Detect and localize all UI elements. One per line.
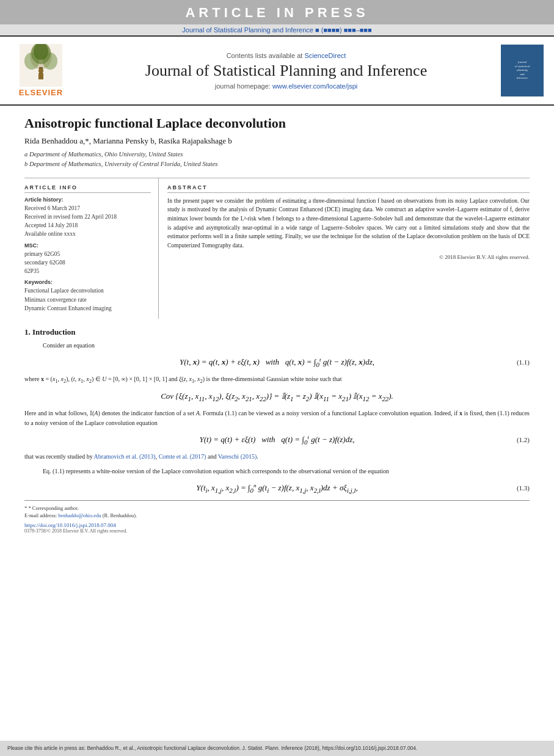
- elsevier-tree-icon: [20, 44, 62, 87]
- msc-item-2: 62P35: [24, 267, 151, 275]
- history-item-2: Accepted 14 July 2018: [24, 221, 151, 230]
- msc-items: primary 62G05 secondary 62G08 62P35: [24, 250, 151, 276]
- msc-item-1: secondary 62G08: [24, 258, 151, 267]
- history-item-3: Available online xxxx: [24, 230, 151, 238]
- sciencedirect-line: Contents lists available at ScienceDirec…: [227, 52, 346, 59]
- sciencedirect-link[interactable]: ScienceDirect: [304, 52, 346, 59]
- footnote-text-corresponding: * Corresponding author.: [28, 505, 78, 511]
- history-items: Received 6 March 2017 Received in revise…: [24, 204, 151, 239]
- article-info-heading: ARTICLE INFO: [24, 184, 151, 193]
- content-area: Anisotropic functional Laplace deconvolu…: [0, 106, 554, 741]
- bottom-bar-text: Please cite this article in press as: Be…: [7, 745, 417, 751]
- journal-ref-text: Journal of Statistical Planning and Infe…: [182, 26, 371, 34]
- svg-rect-8: [38, 73, 43, 79]
- journal-ref-bar: Journal of Statistical Planning and Infe…: [0, 24, 554, 35]
- page: ARTICLE IN PRESS Journal of Statistical …: [0, 0, 554, 756]
- abstract-text: In the present paper we consider the pro…: [167, 197, 530, 250]
- journal-thumbnail: journalof statisticalplanningandinferenc…: [498, 42, 547, 100]
- intro-para1: Consider an equation: [24, 341, 530, 351]
- ref-comte[interactable]: Comte et al. (2017): [159, 453, 206, 460]
- journal-title: Journal of Statistical Planning and Infe…: [145, 62, 427, 80]
- homepage-url[interactable]: www.elsevier.com/locate/jspi: [272, 82, 357, 90]
- equation-1-1: Y(t, x) = q(t, x) + εξ(t, x) with q(t, x…: [24, 357, 530, 368]
- keyword-1: Minimax convergence rate: [24, 296, 151, 304]
- article-info-col: ARTICLE INFO Article history: Received 6…: [24, 178, 159, 319]
- ref-vareschi[interactable]: Vareschi (2015): [218, 453, 257, 460]
- history-label: Article history:: [24, 197, 151, 203]
- article-title: Anisotropic functional Laplace deconvolu…: [24, 115, 530, 131]
- eq-1-3-number: (1.3): [517, 484, 530, 492]
- intro-para5: Eq. (1.1) represents a white-noise versi…: [24, 467, 530, 476]
- email-label: E-mail address:: [24, 512, 58, 518]
- elsevier-logo: ELSEVIER: [7, 42, 75, 100]
- equation-1-3: Y(ti, x1,j, x2,l) = ∫0n g(ti − z)f(z, x1…: [24, 482, 530, 494]
- intro-para2: where x = (x1, x2), (t, x1, x2) ∈ U = [0…: [24, 374, 530, 385]
- authors-line: Rida Benhaddou a,*, Marianna Pensky b, R…: [24, 136, 530, 146]
- sciencedirect-prefix: Contents lists available at: [227, 52, 305, 59]
- keyword-0: Functional Laplace deconvolution: [24, 286, 151, 295]
- aip-banner: ARTICLE IN PRESS: [0, 0, 554, 24]
- header-area: ELSEVIER Contents lists available at Sci…: [0, 35, 554, 106]
- equation-1-2-block: Y(t) = q(t) + εξ(t) with q(t) = ∫0t g(t …: [24, 434, 530, 446]
- affil-b: b Department of Mathematics, University …: [24, 159, 530, 169]
- two-column-section: ARTICLE INFO Article history: Received 6…: [24, 178, 530, 319]
- homepage-line: journal homepage: www.elsevier.com/locat…: [215, 82, 358, 90]
- header-center: Contents lists available at ScienceDirec…: [81, 42, 492, 100]
- affil-a: a Department of Mathematics, Ohio Univer…: [24, 150, 530, 159]
- issn-line: 0378-3758/© 2018 Elsevier B.V. All right…: [24, 528, 530, 534]
- equation-1-1-block: Y(t, x) = q(t, x) + εξ(t, x) with q(t, x…: [24, 357, 530, 368]
- footnote-email-suffix: (R. Benhaddou).: [101, 512, 137, 518]
- thumb-box-inner: journalof statisticalplanningandinferenc…: [515, 60, 530, 81]
- bottom-citation-bar: Please cite this article in press as: Be…: [0, 741, 554, 756]
- eq-1-2-number: (1.2): [517, 436, 530, 443]
- footnote-email-address[interactable]: benhaddо@ohio.edu: [58, 512, 101, 518]
- keywords-items: Functional Laplace deconvolution Minimax…: [24, 286, 151, 313]
- abstract-col: ABSTRACT In the present paper we conside…: [159, 178, 530, 319]
- aip-banner-text: ARTICLE IN PRESS: [185, 5, 368, 20]
- thumb-box: journalof statisticalplanningandinferenc…: [501, 45, 544, 96]
- history-item-0: Received 6 March 2017: [24, 204, 151, 213]
- equation-1-2: Y(t) = q(t) + εξ(t) with q(t) = ∫0t g(t …: [24, 434, 530, 446]
- cov-equation-block: Cov {ξ(z1, x11, x12), ξ(z2, x21, x22)} =…: [24, 391, 530, 402]
- history-item-1: Received in revised form 22 April 2018: [24, 213, 151, 221]
- footnote-corresponding: * * Corresponding author.: [24, 504, 530, 512]
- footnote-area: * * Corresponding author. E-mail address…: [24, 500, 530, 537]
- msc-label: MSC:: [24, 242, 151, 249]
- msc-item-0: primary 62G05: [24, 250, 151, 258]
- intro-heading: 1. Introduction: [24, 327, 530, 337]
- affiliations: a Department of Mathematics, Ohio Univer…: [24, 150, 530, 169]
- authors-text: Rida Benhaddou a,*, Marianna Pensky b, R…: [24, 136, 232, 145]
- svg-point-7: [38, 68, 43, 73]
- eq-1-1-number: (1.1): [517, 358, 530, 366]
- abstract-heading: ABSTRACT: [167, 184, 530, 193]
- homepage-prefix: journal homepage:: [215, 82, 272, 90]
- keywords-label: Keywords:: [24, 279, 151, 285]
- intro-para4: that was recently studied by Abramovich …: [24, 452, 530, 462]
- doi-link[interactable]: https://doi.org/10.1016/j.jspi.2018.07.0…: [24, 522, 530, 528]
- keyword-2: Dynamic Contrast Enhanced imaging: [24, 304, 151, 313]
- cov-equation: Cov {ξ(z1, x11, x12), ξ(z2, x21, x22)} =…: [24, 391, 530, 402]
- equation-1-3-block: Y(ti, x1,j, x2,l) = ∫0n g(ti − z)f(z, x1…: [24, 482, 530, 494]
- ref-abramovich[interactable]: Abramovich et al. (2013): [94, 453, 156, 460]
- copyright-line: © 2018 Elsevier B.V. All rights reserved…: [167, 254, 530, 260]
- elsevier-label: ELSEVIER: [19, 88, 63, 97]
- footnote-email: E-mail address: benhaddо@ohio.edu (R. Be…: [24, 512, 530, 520]
- intro-para3: Here and in what follows, 𝕀(A) denotes t…: [24, 409, 530, 428]
